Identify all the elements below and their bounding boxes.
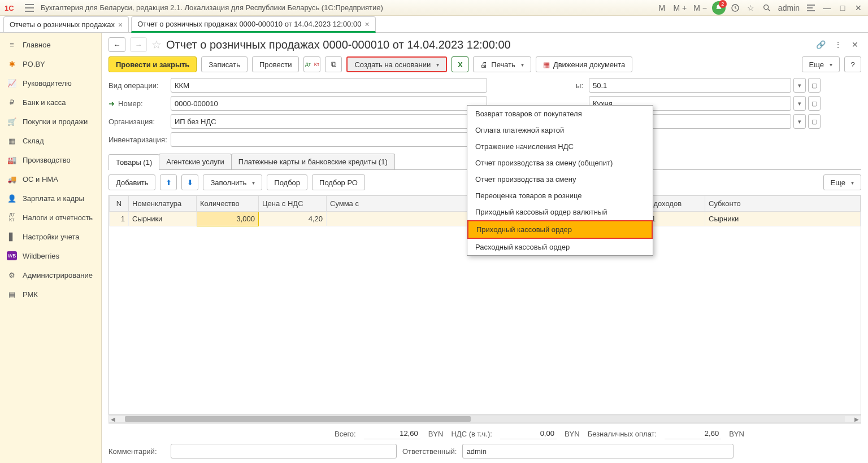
menu-item-cash-out[interactable]: Расходный кассовый ордер <box>467 239 653 255</box>
create-based-on-button[interactable]: Создать на основании <box>346 56 447 72</box>
cashless-value: 2,60 <box>665 428 721 439</box>
tab-agent-services[interactable]: Агентские услуги <box>159 154 232 169</box>
back-button[interactable]: ← <box>108 37 125 52</box>
sidebar-item-bank[interactable]: ₽Банк и касса <box>0 93 101 112</box>
sidebar-item-main[interactable]: ≡Главное <box>0 35 101 54</box>
fill-button[interactable]: Заполнить <box>203 174 262 190</box>
menu-item-cash-in-currency[interactable]: Приходный кассовый ордер валютный <box>467 204 653 220</box>
forward-button[interactable]: → <box>130 37 147 52</box>
sidebar-item-production[interactable]: 🏭Производство <box>0 150 101 169</box>
sidebar-item-assets[interactable]: 🚚ОС и НМА <box>0 169 101 189</box>
move-down-button[interactable]: ⬇ <box>181 174 198 190</box>
table-more-button[interactable]: Еще <box>823 174 861 190</box>
print-button[interactable]: 🖨Печать <box>473 56 531 72</box>
help-button[interactable]: ? <box>844 56 861 72</box>
menu-item-card-payment[interactable]: Оплата платежной картой <box>467 122 653 138</box>
menu-item-nds[interactable]: Отражение начисления НДС <box>467 138 653 155</box>
menu-item-shift-report[interactable]: Отчет производства за смену <box>467 171 653 187</box>
scroll-right-icon[interactable]: ▶ <box>853 416 861 422</box>
dropdown-icon[interactable]: ▾ <box>793 114 806 129</box>
scroll-left-icon[interactable]: ◀ <box>109 416 117 422</box>
col-price[interactable]: Цена с НДС <box>259 196 327 212</box>
post-button[interactable]: Провести <box>252 56 300 72</box>
col-n[interactable]: N <box>110 196 129 212</box>
open-icon[interactable]: ▢ <box>808 114 821 129</box>
close-icon[interactable]: × <box>118 20 123 29</box>
svg-rect-7 <box>807 5 815 6</box>
organization-field[interactable]: ИП без НДС <box>171 114 487 129</box>
menu-item-cash-in[interactable]: Приходный кассовый ордер <box>467 220 653 239</box>
excel-button[interactable]: X <box>452 56 468 72</box>
number-field[interactable]: 0000-000010 <box>171 96 487 111</box>
document-movements-button[interactable]: ▦Движения документа <box>536 56 632 72</box>
dtkt-button[interactable]: ДтКт <box>303 56 320 72</box>
book-icon: ▋ <box>7 231 17 242</box>
sidebar-item-warehouse[interactable]: ▦Склад <box>0 131 101 150</box>
scroll-thumb[interactable] <box>125 416 471 422</box>
zoom-mplus-button[interactable]: M + <box>671 2 688 14</box>
cell-nomenclature[interactable]: Сырники <box>129 212 197 226</box>
sidebar-item-tax[interactable]: ДтКтНалоги и отчетность <box>0 208 101 227</box>
menu-item-return[interactable]: Возврат товаров от покупателя <box>467 106 653 122</box>
favorite-toggle-icon[interactable]: ☆ <box>151 38 162 51</box>
tab-cards[interactable]: Платежные карты и банковские кредиты (1) <box>231 154 395 169</box>
tab-reports-list[interactable]: Отчеты о розничных продажах × <box>3 16 129 32</box>
sidebar-item-rmk[interactable]: ▤РМК <box>0 285 101 304</box>
sidebar-item-payroll[interactable]: 👤Зарплата и кадры <box>0 189 101 208</box>
open-icon[interactable]: ▢ <box>808 78 821 93</box>
sidebar-item-manager[interactable]: 📈Руководителю <box>0 73 101 93</box>
operation-type-field[interactable]: ККМ <box>171 78 487 93</box>
zoom-mminus-button[interactable]: M − <box>692 2 709 14</box>
cell-price[interactable]: 4,20 <box>259 212 327 226</box>
col-quantity[interactable]: Количество <box>197 196 259 212</box>
cell-subconto[interactable]: Сырники <box>705 212 861 226</box>
more-vertical-icon[interactable]: ⋮ <box>832 38 844 51</box>
dropdown-icon[interactable]: ▾ <box>793 96 806 111</box>
sidebar-item-label: Wildberries <box>23 252 59 260</box>
tab-current-report[interactable]: Отчет о розничных продажах 0000-000010 о… <box>131 16 375 33</box>
maximize-button[interactable]: □ <box>836 2 849 14</box>
col-subconto[interactable]: Субконто <box>705 196 861 212</box>
col-nomenclature[interactable]: Номенклатура <box>129 196 197 212</box>
settings-icon[interactable] <box>805 2 817 14</box>
menu-item-shift-report-catering[interactable]: Отчет производства за смену (общепит) <box>467 155 653 171</box>
cell-n[interactable]: 1 <box>110 212 129 226</box>
more-button[interactable]: Еще <box>802 56 840 72</box>
close-window-button[interactable]: ✕ <box>852 2 865 14</box>
dropdown-icon[interactable]: ▾ <box>793 78 806 93</box>
copy-button[interactable]: ⧉ <box>325 56 342 72</box>
comment-field[interactable] <box>171 444 397 458</box>
open-icon[interactable]: ▢ <box>808 96 821 111</box>
horizontal-scrollbar[interactable]: ◀ ▶ <box>108 415 861 423</box>
close-doc-button[interactable]: ✕ <box>849 38 861 51</box>
notifications-icon[interactable]: 2 <box>712 1 726 15</box>
cash-account-field[interactable]: 50.1 <box>589 78 791 93</box>
sidebar-item-settings[interactable]: ▋Настройки учета <box>0 227 101 246</box>
menu-item-revaluation[interactable]: Переоценка товаров в рознице <box>467 187 653 204</box>
search-icon[interactable] <box>761 2 773 14</box>
select-button[interactable]: Подбор <box>267 174 307 190</box>
sidebar-item-wildberries[interactable]: WBWildberries <box>0 246 101 265</box>
sidebar-item-admin[interactable]: ⚙Администрирование <box>0 265 101 285</box>
svg-rect-1 <box>25 4 34 5</box>
zoom-m-button[interactable]: M <box>656 2 668 14</box>
favorites-icon[interactable]: ☆ <box>745 2 757 14</box>
menu-icon[interactable] <box>24 2 35 14</box>
minimize-button[interactable]: — <box>821 2 833 14</box>
add-row-button[interactable]: Добавить <box>108 174 155 190</box>
sidebar-item-label: PO.BY <box>23 60 45 68</box>
select-po-button[interactable]: Подбор РО <box>312 174 365 190</box>
cell-quantity[interactable]: 3,000 <box>197 212 259 226</box>
sidebar-item-poby[interactable]: ✱PO.BY <box>0 54 101 73</box>
link-icon[interactable]: 🔗 <box>814 38 827 51</box>
write-button[interactable]: Записать <box>201 56 248 72</box>
inventory-field[interactable] <box>171 132 487 147</box>
close-icon[interactable]: × <box>364 20 369 29</box>
history-icon[interactable] <box>729 2 741 14</box>
post-and-close-button[interactable]: Провести и закрыть <box>108 56 197 72</box>
move-up-button[interactable]: ⬆ <box>160 174 177 190</box>
user-label[interactable]: admin <box>776 2 801 14</box>
tab-goods[interactable]: Товары (1) <box>108 154 159 170</box>
sidebar-item-sales[interactable]: 🛒Покупки и продажи <box>0 112 101 131</box>
responsible-field[interactable]: admin <box>462 444 734 458</box>
